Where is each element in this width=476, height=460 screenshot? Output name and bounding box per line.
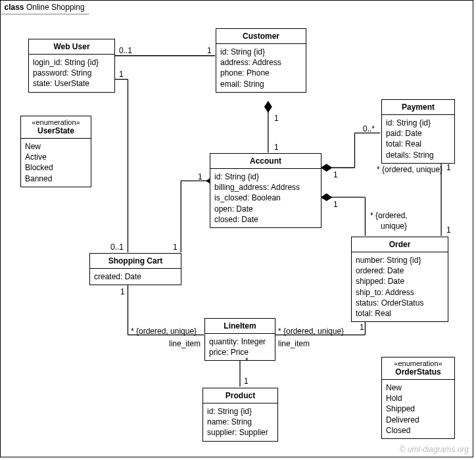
class-customer: Customer id: String {id} address: Addres… — [216, 28, 306, 93]
attr: state: UserState — [33, 78, 110, 89]
constraint-label: * {ordered, unique} — [131, 327, 197, 336]
class-title: Product — [203, 388, 277, 403]
mult-label: 1 — [333, 200, 338, 209]
attr: id: String {id} — [207, 406, 274, 417]
attr: id: String {id} — [220, 47, 302, 57]
class-title: Payment — [382, 100, 454, 115]
mult-label: 0..1 — [119, 46, 132, 55]
frame-header: class Online Shopping — [0, 0, 97, 14]
literal: Shipped — [386, 403, 450, 414]
class-body: created: Date — [90, 269, 181, 285]
attr: open: Date — [214, 204, 317, 214]
frame-kind: class — [5, 3, 24, 12]
class-body: id: String {id} address: Address phone: … — [216, 44, 306, 92]
class-title: LineItem — [205, 319, 275, 334]
class-title: Account — [210, 154, 321, 169]
class-title: Web User — [29, 39, 114, 55]
mult-label: 0..1 — [110, 242, 124, 252]
constraint-label: * {ordered, — [370, 211, 408, 220]
class-body: New Active Blocked Banned — [21, 139, 91, 187]
attr: closed: Date — [214, 214, 317, 225]
class-payment: Payment id: String {id} paid: Date total… — [381, 99, 455, 164]
constraint-label: * {ordered, unique} — [278, 327, 344, 336]
mult-label: * — [245, 356, 249, 365]
credit-text: © uml-diagrams.org — [399, 445, 469, 454]
class-order: Order number: String {id} ordered: Date … — [351, 237, 448, 322]
class-body: login_id: String {id} password: String s… — [29, 55, 114, 92]
mult-label: 1 — [119, 70, 124, 79]
attr: created: Date — [94, 271, 177, 282]
attr: billing_address: Address — [214, 182, 317, 193]
mult-label: 1 — [244, 377, 249, 386]
mult-label: 1 — [333, 170, 338, 179]
literal: Delivered — [386, 415, 450, 425]
literal: New — [386, 382, 450, 393]
attr: email: String — [220, 79, 302, 89]
class-body: id: String {id} billing_address: Address… — [210, 169, 321, 227]
stereotype: «enumeration» — [382, 357, 454, 367]
mult-label: 1 — [274, 114, 279, 123]
literal: Closed — [386, 425, 450, 436]
class-title: Shopping Cart — [90, 254, 181, 269]
class-line-item: LineItem quantity: Integer price: Price — [204, 318, 275, 361]
class-body: id: String {id} name: String supplier: S… — [203, 403, 277, 441]
enum-user-state: «enumeration» UserState New Active Block… — [20, 116, 91, 187]
mult-label: 1 — [198, 172, 202, 181]
class-shopping-cart: Shopping Cart created: Date — [89, 253, 181, 285]
attr: phone: Phone — [220, 68, 302, 78]
literal: Active — [25, 152, 87, 162]
attr: price: Price — [209, 347, 271, 357]
attr: password: String — [33, 68, 110, 78]
enum-order-status: «enumeration» OrderStatus New Hold Shipp… — [381, 357, 455, 439]
role-label: line_item — [169, 339, 201, 348]
class-title: Order — [352, 237, 448, 252]
attr: status: OrderStatus — [356, 298, 444, 308]
attr: total: Real — [386, 139, 450, 149]
diagram-frame: class Online Shopping — [0, 0, 473, 457]
class-web-user: Web User login_id: String {id} password:… — [28, 39, 115, 93]
literal: Banned — [25, 173, 87, 184]
class-body: id: String {id} paid: Date total: Real d… — [382, 115, 454, 163]
mult-label: 0..* — [363, 124, 375, 133]
mult-label: 1 — [446, 225, 451, 235]
frame-title: Online Shopping — [26, 3, 85, 12]
constraint-label: unique} — [381, 221, 407, 231]
svg-marker-2 — [264, 101, 272, 113]
attr: ordered: Date — [356, 265, 444, 276]
attr: id: String {id} — [214, 172, 317, 182]
literal: Hold — [386, 393, 450, 403]
attr: paid: Date — [386, 128, 450, 139]
class-body: quantity: Integer price: Price — [205, 334, 275, 360]
mult-label: 1 — [360, 323, 364, 332]
attr: is_closed: Boolean — [214, 193, 317, 203]
attr: quantity: Integer — [209, 336, 271, 347]
mult-label: 1 — [274, 143, 279, 152]
attr: number: String {id} — [356, 255, 444, 265]
class-title: OrderStatus — [382, 367, 454, 379]
class-body: New Hold Shipped Delivered Closed — [382, 380, 454, 438]
svg-marker-9 — [321, 193, 333, 201]
attr: id: String {id} — [386, 118, 450, 128]
role-label: line_item — [278, 339, 310, 348]
mult-label: 1 — [207, 46, 212, 55]
class-account: Account id: String {id} billing_address:… — [210, 153, 321, 228]
attr: supplier: Supplier — [207, 427, 274, 438]
class-product: Product id: String {id} name: String sup… — [202, 388, 278, 442]
mult-label: 1 — [446, 163, 451, 172]
stereotype: «enumeration» — [21, 116, 91, 126]
mult-label: 1 — [173, 242, 178, 252]
constraint-label: * {ordered, unique} — [377, 165, 442, 174]
attr: details: String — [386, 150, 450, 160]
class-title: UserState — [21, 126, 91, 138]
attr: total: Real — [356, 308, 444, 319]
attr: shipped: Date — [356, 276, 444, 287]
literal: New — [25, 141, 87, 152]
literal: Blocked — [25, 162, 87, 173]
attr: login_id: String {id} — [33, 57, 110, 68]
svg-marker-6 — [321, 164, 333, 172]
attr: address: Address — [220, 57, 302, 68]
mult-label: 1 — [120, 287, 125, 296]
class-title: Customer — [216, 29, 306, 44]
attr: ship_to: Address — [356, 287, 444, 298]
class-body: number: String {id} ordered: Date shippe… — [352, 252, 448, 321]
